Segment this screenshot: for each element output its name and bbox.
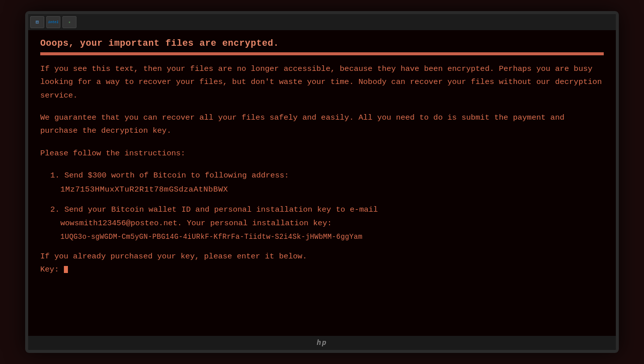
- energy-star-icon: ★: [62, 16, 76, 28]
- monitor: ⊞ intel ★ Ooops, your important files ar…: [25, 11, 619, 353]
- paragraph2-text: We guarantee that you can recover all yo…: [40, 111, 604, 138]
- step1-label: 1. Send $300 worth of Bitcoin to followi…: [50, 169, 604, 182]
- paragraph1-text: If you see this text, then your files ar…: [40, 62, 604, 102]
- step2-label: 2. Send your Bitcoin wallet ID and perso…: [50, 203, 604, 230]
- paragraph2-section: We guarantee that you can recover all yo…: [40, 111, 604, 138]
- final-line1: If you already purchased your key, pleas…: [40, 250, 604, 263]
- step2-email: wowsmith123456@posteo.net. Your personal…: [60, 217, 332, 230]
- hp-logo: hp: [317, 339, 328, 347]
- bitcoin-address: 1Mz7153HMuxXTuR2R1t78mGSdzaAtNbBWX: [60, 185, 604, 194]
- windows-icon: ⊞: [30, 16, 44, 28]
- screen: Ooops, your important files are encrypte…: [28, 30, 616, 336]
- intel-icon: intel: [46, 16, 60, 28]
- instructions-header: Please follow the instructions:: [40, 147, 604, 160]
- taskbar: ⊞ intel ★: [28, 14, 616, 30]
- step2-section: 2. Send your Bitcoin wallet ID and perso…: [40, 203, 604, 241]
- red-divider: [40, 52, 604, 55]
- step1-section: 1. Send $300 worth of Bitcoin to followi…: [40, 169, 604, 194]
- title: Ooops, your important files are encrypte…: [40, 38, 604, 48]
- personal-key: 1UQG3o-sgWGDM-Cm5yGN-PBG14G-4iURkF-KfRrF…: [60, 233, 604, 241]
- bottom-bar: hp: [28, 336, 616, 350]
- instructions-section: Please follow the instructions:: [40, 147, 604, 160]
- paragraph1-section: If you see this text, then your files ar…: [40, 62, 604, 102]
- final-line2: Key:: [40, 263, 604, 276]
- cursor-blink: [64, 266, 68, 273]
- final-section: If you already purchased your key, pleas…: [40, 250, 604, 277]
